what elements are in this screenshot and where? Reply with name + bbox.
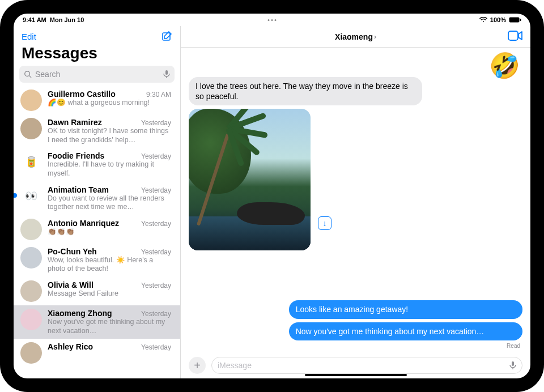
message-bubble-incoming[interactable]: I love the trees out here. The way they … bbox=[189, 77, 422, 105]
search-icon bbox=[24, 70, 32, 78]
status-date: Mon Jun 10 bbox=[50, 16, 84, 23]
conversation-preview: Now you've got me thinking about my next… bbox=[48, 318, 171, 335]
conversation-row[interactable]: Ashley RicoYesterday bbox=[14, 339, 180, 367]
dictate-icon[interactable] bbox=[163, 70, 170, 79]
avatar bbox=[20, 280, 42, 302]
page-title: Messages bbox=[22, 44, 172, 62]
search-placeholder: Search bbox=[35, 70, 60, 79]
conversation-time: 9:30 AM bbox=[146, 91, 171, 99]
conversation-name: Olivia & Will bbox=[48, 280, 94, 289]
conversation-list: Guillermo Castillo9:30 AM🌈😊 what a gorge… bbox=[14, 86, 180, 378]
search-input[interactable]: Search bbox=[19, 66, 175, 83]
conversation-header: Xiaomeng › bbox=[181, 26, 530, 48]
svg-line-4 bbox=[29, 76, 32, 78]
conversation-name: Po-Chun Yeh bbox=[48, 247, 97, 256]
conversation-row[interactable]: Antonio ManriquezYesterday👏🏽👏🏽👏🏽 bbox=[14, 215, 180, 244]
conversation-name: Guillermo Castillo bbox=[48, 90, 116, 99]
svg-point-3 bbox=[25, 71, 30, 76]
conversation-row[interactable]: 👀Animation TeamYesterdayDo you want to r… bbox=[14, 182, 180, 215]
avatar bbox=[20, 90, 42, 111]
avatar bbox=[20, 309, 42, 330]
avatar bbox=[20, 342, 42, 364]
avatar bbox=[20, 118, 42, 139]
conversation-time: Yesterday bbox=[141, 343, 171, 351]
chevron-right-icon: › bbox=[374, 33, 376, 41]
conversation-sidebar: Edit Messages Search bbox=[14, 26, 181, 378]
compose-new-button[interactable] bbox=[161, 31, 172, 42]
svg-rect-7 bbox=[512, 361, 514, 366]
conversation-row[interactable]: Guillermo Castillo9:30 AM🌈😊 what a gorge… bbox=[14, 86, 180, 114]
conversation-row[interactable]: Po-Chun YehYesterdayWow, looks beautiful… bbox=[14, 244, 180, 277]
message-bubble-outgoing[interactable]: Looks like an amazing getaway! bbox=[289, 300, 522, 318]
conversation-title: Xiaomeng bbox=[335, 32, 373, 41]
svg-rect-1 bbox=[520, 19, 521, 21]
conversation-row[interactable]: Dawn RamirezYesterdayOK to visit tonight… bbox=[14, 114, 180, 148]
conversation-time: Yesterday bbox=[141, 186, 171, 194]
avatar: 🥫 bbox=[20, 151, 42, 173]
svg-rect-6 bbox=[508, 31, 518, 40]
conversation-name: Animation Team bbox=[48, 185, 109, 194]
download-attachment-button[interactable]: ↓ bbox=[318, 216, 332, 230]
avatar bbox=[20, 219, 42, 240]
svg-rect-0 bbox=[509, 18, 520, 23]
conversation-name: Ashley Rico bbox=[48, 342, 93, 351]
status-time: 9:41 AM bbox=[23, 16, 46, 23]
tapback-reaction-emoji[interactable]: 🤣 bbox=[489, 51, 520, 80]
avatar: 👀 bbox=[20, 185, 42, 207]
conversation-preview: Incredible. I'll have to try making it m… bbox=[48, 160, 171, 178]
battery-icon bbox=[509, 17, 521, 23]
conversation-preview: 🌈😊 what a gorgeous morning! bbox=[48, 99, 171, 108]
read-receipt-label: Read bbox=[189, 343, 522, 349]
status-bar: 9:41 AM Mon Jun 10 100% bbox=[14, 14, 530, 26]
wifi-icon bbox=[479, 17, 487, 23]
conversation-preview: Do you want to review all the renders to… bbox=[48, 194, 171, 212]
conversation-row[interactable]: Olivia & WillYesterdayMessage Send Failu… bbox=[14, 277, 180, 305]
svg-rect-5 bbox=[165, 70, 168, 75]
conversation-pane: Xiaomeng › 🤣 I love the trees out here. … bbox=[181, 26, 530, 378]
conversation-time: Yesterday bbox=[141, 220, 171, 228]
conversation-preview: OK to visit tonight? I have some things … bbox=[48, 127, 171, 144]
conversation-name: Foodie Friends bbox=[48, 151, 104, 160]
dictate-icon[interactable] bbox=[509, 361, 516, 370]
conversation-preview: Message Send Failure bbox=[48, 289, 171, 299]
message-photo-attachment[interactable] bbox=[189, 109, 311, 250]
conversation-preview: Wow, looks beautiful. ☀️ Here's a photo … bbox=[48, 256, 171, 274]
message-bubble-outgoing[interactable]: Now you've got me thinking about my next… bbox=[289, 322, 522, 340]
edit-button[interactable]: Edit bbox=[22, 32, 36, 41]
facetime-button[interactable] bbox=[508, 31, 522, 41]
conversation-title-button[interactable]: Xiaomeng › bbox=[335, 32, 376, 41]
multitasking-dots-icon[interactable] bbox=[268, 19, 277, 21]
apps-plus-button[interactable]: + bbox=[189, 357, 206, 374]
conversation-time: Yesterday bbox=[141, 152, 171, 160]
conversation-time: Yesterday bbox=[141, 282, 171, 289]
conversation-time: Yesterday bbox=[141, 310, 171, 318]
conversation-row[interactable]: 🥫Foodie FriendsYesterdayIncredible. I'll… bbox=[14, 148, 180, 181]
conversation-name: Dawn Ramirez bbox=[48, 118, 102, 127]
conversation-time: Yesterday bbox=[141, 119, 171, 127]
message-input[interactable]: iMessage bbox=[211, 357, 522, 374]
message-input-placeholder: iMessage bbox=[218, 361, 252, 370]
conversation-name: Xiaomeng Zhong bbox=[48, 309, 112, 318]
conversation-preview: 👏🏽👏🏽👏🏽 bbox=[48, 228, 171, 237]
home-indicator[interactable] bbox=[305, 374, 407, 376]
conversation-row[interactable]: Xiaomeng ZhongYesterdayNow you've got me… bbox=[14, 305, 180, 339]
avatar bbox=[20, 247, 42, 269]
conversation-time: Yesterday bbox=[141, 248, 171, 256]
battery-percent: 100% bbox=[490, 16, 506, 23]
conversation-name: Antonio Manriquez bbox=[48, 219, 119, 228]
